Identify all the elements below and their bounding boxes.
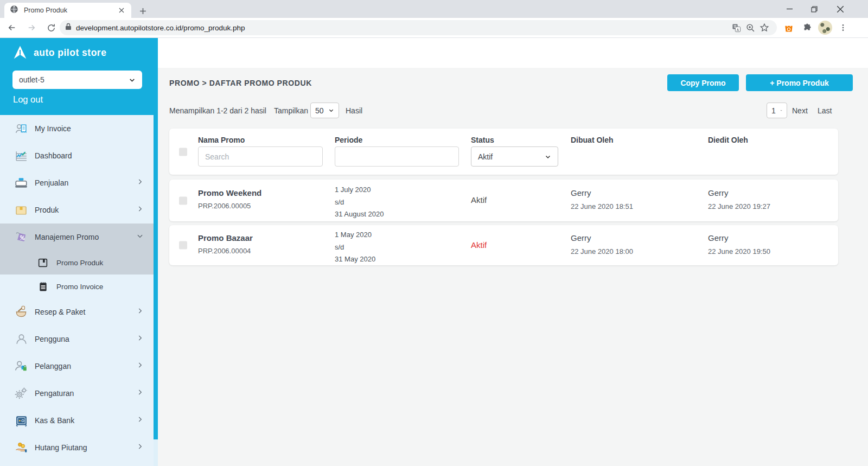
header-band	[158, 38, 868, 68]
sidebar-item-manajemen-promo[interactable]: Manajemen Promo	[0, 224, 154, 251]
sidebar-item-label: Penjualan	[35, 178, 68, 187]
period-separator: s/d	[335, 196, 384, 209]
sidebar-item-label: My Invoice	[35, 124, 71, 133]
back-icon[interactable]	[4, 20, 20, 35]
showing-results-text: Menampilkan 1-2 dari 2 hasil	[169, 106, 266, 115]
created-by: Gerry	[571, 188, 633, 197]
paper-plane-logo-icon	[12, 44, 28, 61]
sidebar-item-label: Kas & Bank	[35, 416, 74, 425]
browser-tab[interactable]: Promo Produk	[4, 3, 131, 18]
sidebar-item-my-invoice[interactable]: My Invoice	[0, 115, 154, 142]
sidebar-item-dashboard[interactable]: Dashboard	[0, 142, 154, 169]
created-by: Gerry	[571, 233, 633, 242]
status-filter-value: Aktif	[478, 152, 540, 161]
sidebar-item-hutang-piutang[interactable]: Hutang Piutang	[0, 434, 154, 461]
cash-register-icon	[14, 176, 28, 190]
sidebar-item-produk[interactable]: Produk	[0, 196, 154, 224]
created-at: 22 June 2020 18:51	[571, 202, 633, 210]
gears-icon	[14, 386, 28, 400]
period-separator: s/d	[335, 241, 375, 254]
coins-hand-icon	[14, 441, 28, 455]
profile-avatar[interactable]	[818, 21, 832, 35]
row-checkbox[interactable]	[179, 196, 187, 205]
reload-icon[interactable]	[43, 20, 59, 35]
customer-bag-icon	[14, 359, 28, 373]
sidebar-item-pengaturan[interactable]: Pengaturan	[0, 380, 154, 407]
url-text: development.autopilotstore.co.id/promo_p…	[76, 24, 729, 32]
promo-tag-icon	[14, 230, 28, 244]
lock-icon	[65, 23, 72, 33]
chevron-down-icon	[136, 232, 144, 242]
shopping-bag-extension-icon[interactable]	[781, 20, 796, 35]
chevron-down-icon	[780, 107, 782, 113]
extensions-puzzle-icon[interactable]	[800, 20, 815, 35]
created-at: 22 June 2020 18:00	[571, 247, 633, 256]
sidebar-scrollbar[interactable]	[154, 38, 158, 466]
status-value: Aktif	[471, 240, 487, 250]
sidebar-scrollbar-thumb[interactable]	[154, 38, 158, 439]
browser-menu-icon[interactable]	[835, 20, 851, 35]
translate-icon[interactable]	[729, 21, 743, 35]
sidebar-item-pengguna[interactable]: Pengguna	[0, 325, 154, 353]
sidebar-item-resep-paket[interactable]: Resep & Paket	[0, 298, 154, 325]
main-content: PROMO > DAFTAR PROMO PRODUK Copy Promo +…	[158, 38, 868, 466]
chevron-down-icon	[545, 154, 551, 160]
period-end: 31 August 2020	[335, 208, 384, 221]
sidebar-item-kas-bank[interactable]: Kas & Bank	[0, 407, 154, 434]
list-controls: Menampilkan 1-2 dari 2 hasil Tampilkan 5…	[158, 103, 868, 119]
forward-icon[interactable]	[24, 20, 39, 35]
zoom-icon[interactable]	[743, 21, 757, 35]
bookmark-star-icon[interactable]	[757, 21, 771, 35]
table-row[interactable]: Promo Weekend PRP.2006.00005 1 July 2020…	[169, 180, 838, 221]
promo-code: PRP.2006.00004	[198, 247, 253, 255]
minimize-button[interactable]	[777, 0, 802, 18]
hasil-label: Hasil	[346, 106, 362, 115]
address-bar[interactable]: development.autopilotstore.co.id/promo_p…	[60, 20, 777, 35]
status-filter-select[interactable]: Aktif	[471, 146, 558, 167]
select-all-checkbox[interactable]	[179, 148, 187, 156]
column-header-dibuat-oleh: Dibuat Oleh	[571, 136, 614, 144]
table-row[interactable]: Promo Bazaar PRP.2006.00004 1 May 2020 s…	[169, 225, 838, 265]
brand-name: auto pilot store	[34, 47, 106, 59]
per-page-select[interactable]: 50	[310, 103, 339, 118]
toolbar-extensions	[781, 20, 851, 35]
page-value: 1	[771, 106, 776, 115]
row-checkbox[interactable]	[179, 241, 187, 250]
mortar-pestle-icon	[14, 305, 28, 319]
sidebar-item-pelanggan[interactable]: Pelanggan	[0, 353, 154, 380]
outlet-select[interactable]: outlet-5	[12, 71, 142, 89]
chevron-right-icon	[136, 388, 144, 398]
logout-link[interactable]: Log out	[13, 94, 43, 105]
sidebar-item-promo-invoice[interactable]: Promo Invoice	[0, 275, 154, 298]
promo-code: PRP.2006.00005	[198, 202, 261, 210]
new-tab-button[interactable]	[137, 5, 149, 17]
sidebar-item-label: Resep & Paket	[35, 308, 85, 316]
period-end: 31 May 2020	[335, 253, 375, 266]
period-start: 1 July 2020	[335, 184, 384, 196]
per-page-value: 50	[315, 106, 324, 115]
user-icon	[14, 333, 28, 346]
column-header-diedit-oleh: Diedit Oleh	[708, 136, 748, 144]
close-window-button[interactable]	[828, 0, 853, 18]
sidebar-item-promo-produk[interactable]: Promo Produk	[0, 251, 154, 275]
column-header-periode: Periode	[335, 136, 362, 144]
restore-button[interactable]	[802, 0, 827, 18]
dashboard-chart-icon	[14, 149, 28, 163]
sidebar-item-penjualan[interactable]: Penjualan	[0, 169, 154, 196]
globe-favicon-icon	[10, 5, 18, 16]
promo-box-icon	[36, 257, 50, 269]
sidebar-item-label: Pelanggan	[35, 362, 71, 371]
sidebar-item-label: Pengguna	[35, 335, 69, 343]
next-page-link[interactable]: Next	[792, 106, 808, 115]
tab-close-icon[interactable]	[117, 6, 126, 15]
sidebar-item-label: Promo Invoice	[56, 283, 103, 291]
periode-filter-input[interactable]	[335, 146, 459, 167]
sidebar-item-label: Hutang Piutang	[35, 443, 87, 452]
chevron-right-icon	[136, 178, 144, 188]
copy-promo-button[interactable]: Copy Promo	[667, 74, 739, 91]
chevron-right-icon	[136, 416, 144, 425]
last-page-link[interactable]: Last	[818, 106, 832, 115]
add-promo-produk-button[interactable]: + Promo Produk	[746, 74, 853, 91]
page-select[interactable]: 1	[767, 103, 787, 118]
nama-promo-filter-input[interactable]	[198, 146, 323, 167]
